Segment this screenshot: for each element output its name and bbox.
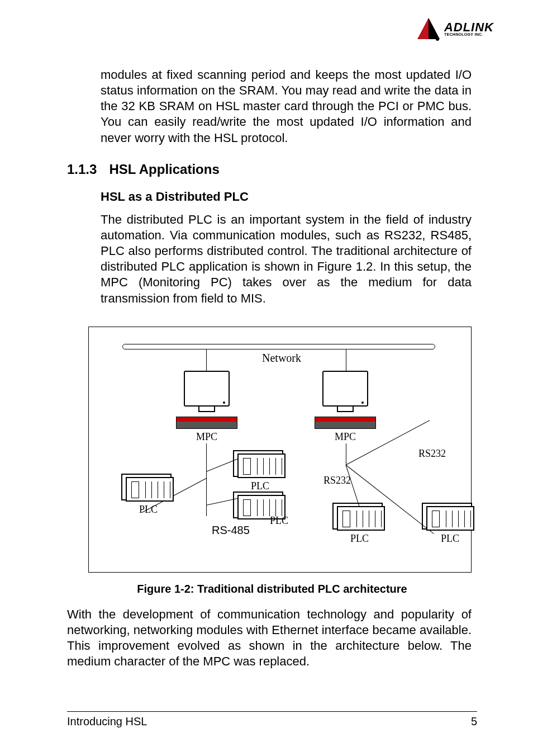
- rs232-label: RS232: [323, 475, 351, 486]
- figure-caption: Figure 1-2: Traditional distributed PLC …: [67, 583, 477, 596]
- connector-line: [206, 459, 239, 472]
- footer-section-title: Introducing HSL: [67, 715, 147, 728]
- logo-sub-text: TECHNOLOGY INC.: [444, 33, 494, 36]
- plc-icon: [237, 453, 285, 478]
- plc-label: PLC: [251, 480, 269, 492]
- section-number: 1.1.3: [67, 162, 97, 177]
- brand-logo: ADLINK TECHNOLOGY INC.: [416, 17, 494, 41]
- mpc-label: MPC: [196, 431, 217, 443]
- connector-line: [346, 443, 346, 466]
- rs232-label: RS232: [418, 448, 446, 460]
- svg-point-2: [436, 37, 439, 41]
- section-heading: 1.1.3HSL Applications: [67, 162, 477, 177]
- keyboard-icon: [176, 417, 237, 429]
- figure-diagram: Network MPC MPC PLC PLC PLC PLC PLC RS23…: [88, 327, 472, 573]
- paragraph-intro: modules at fixed scanning period and kee…: [101, 67, 472, 146]
- logo-main-text: ADLINK: [444, 22, 494, 33]
- logo-triangle-icon: [416, 17, 441, 41]
- monitor-icon: [322, 371, 368, 407]
- plc-label: PLC: [441, 533, 459, 545]
- plc-icon: [426, 506, 474, 531]
- plc-label: PLC: [350, 533, 369, 545]
- page-footer: Introducing HSL 5: [67, 711, 477, 728]
- rs485-label: RS-485: [212, 524, 250, 537]
- mpc-label: MPC: [335, 431, 356, 443]
- network-bar-icon: [122, 344, 435, 349]
- connector-line: [206, 498, 240, 505]
- footer-divider: [67, 711, 477, 712]
- plc-icon: [337, 506, 385, 531]
- section-title: HSL Applications: [109, 162, 219, 177]
- paragraph-body-2: With the development of communication te…: [67, 607, 472, 670]
- paragraph-body-1: The distributed PLC is an important syst…: [101, 212, 472, 306]
- connector-line: [346, 349, 346, 371]
- connector-line: [206, 349, 207, 371]
- page-content: modules at fixed scanning period and kee…: [67, 67, 477, 669]
- plc-icon: [126, 477, 174, 502]
- plc-label: PLC: [270, 515, 288, 527]
- network-label: Network: [262, 352, 301, 365]
- svg-marker-1: [429, 18, 440, 39]
- logo-text: ADLINK TECHNOLOGY INC.: [444, 22, 494, 36]
- subsection-heading: HSL as a Distributed PLC: [101, 190, 477, 204]
- page-number: 5: [471, 715, 477, 728]
- monitor-icon: [184, 371, 230, 407]
- keyboard-icon: [315, 417, 376, 429]
- plc-label: PLC: [139, 504, 158, 516]
